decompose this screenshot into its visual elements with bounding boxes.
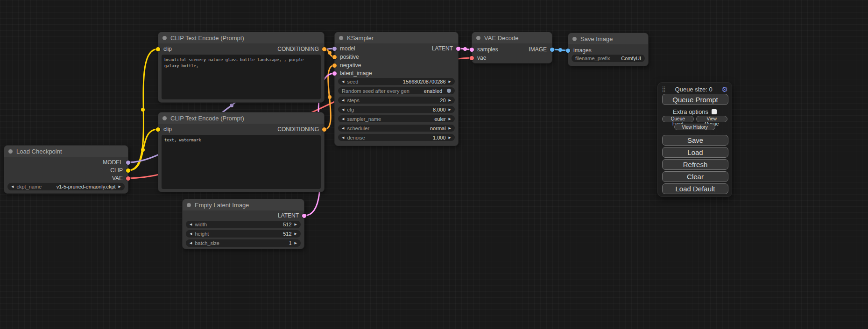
port-conditioning-output[interactable]: [322, 47, 326, 51]
collapse-dot-icon[interactable]: [162, 116, 167, 120]
collapse-dot-icon[interactable]: [339, 36, 343, 40]
load-button[interactable]: Load: [662, 147, 728, 158]
queue-front-button[interactable]: Queue Front: [662, 116, 694, 122]
stepper-left-icon[interactable]: ◀: [11, 185, 14, 189]
menu-header: ⣿ Queue size: 0 ⚙: [662, 85, 728, 93]
input-label-negative: negative: [340, 63, 361, 69]
clear-button[interactable]: Clear: [662, 171, 728, 182]
stepper-left-icon[interactable]: ◀: [342, 108, 344, 112]
stepper-right-icon[interactable]: ▶: [449, 117, 451, 121]
port-model-output[interactable]: [126, 161, 130, 165]
stepper-right-icon[interactable]: ▶: [449, 108, 451, 112]
node-header[interactable]: VAE Decode: [472, 32, 552, 43]
widget-random-seed-toggle[interactable]: Random seed after every gen enabled: [338, 87, 455, 94]
widget-sampler-name[interactable]: ◀ sampler_name euler ▶: [338, 115, 455, 122]
node-header[interactable]: Save Image: [568, 33, 648, 44]
node-clip-text-encode-negative[interactable]: CLIP Text Encode (Prompt) clip CONDITION…: [158, 112, 325, 192]
widget-value: euler: [434, 116, 445, 122]
stepper-left-icon[interactable]: ◀: [342, 126, 344, 130]
node-save-image[interactable]: Save Image images filename_prefix ComfyU…: [568, 33, 649, 66]
collapse-dot-icon[interactable]: [572, 37, 577, 41]
node-title: Empty Latent Image: [195, 202, 249, 209]
view-queue-button[interactable]: View Queue: [696, 116, 728, 122]
collapse-dot-icon[interactable]: [476, 36, 480, 40]
collapse-dot-icon[interactable]: [162, 36, 167, 40]
port-positive-input[interactable]: [332, 55, 337, 59]
stepper-right-icon[interactable]: ▶: [295, 232, 297, 236]
port-vae-output[interactable]: [126, 176, 130, 181]
widget-cfg[interactable]: ◀ cfg 8.000 ▶: [338, 106, 455, 113]
stepper-left-icon[interactable]: ◀: [342, 98, 344, 102]
widget-value: ComfyUI: [621, 56, 641, 61]
stepper-left-icon[interactable]: ◀: [190, 223, 192, 226]
node-header[interactable]: Empty Latent Image: [183, 199, 304, 210]
prompt-textarea[interactable]: beautiful scenery nature glass bottle la…: [162, 55, 321, 99]
settings-gear-icon[interactable]: ⚙: [722, 86, 728, 93]
collapse-dot-icon[interactable]: [187, 203, 191, 207]
port-image-output[interactable]: [550, 48, 554, 52]
stepper-left-icon[interactable]: ◀: [342, 117, 344, 121]
node-header[interactable]: KSampler: [335, 32, 458, 43]
queue-prompt-button[interactable]: Queue Prompt: [662, 94, 728, 105]
port-model-input[interactable]: [332, 47, 337, 51]
node-header[interactable]: CLIP Text Encode (Prompt): [158, 32, 324, 43]
stepper-left-icon[interactable]: ◀: [342, 136, 344, 140]
stepper-right-icon[interactable]: ▶: [449, 80, 451, 84]
refresh-button[interactable]: Refresh: [662, 159, 728, 170]
port-latent-output[interactable]: [456, 47, 460, 51]
output-label-vae: VAE: [112, 175, 123, 182]
port-clip-input[interactable]: [156, 47, 160, 51]
stepper-right-icon[interactable]: ▶: [449, 136, 451, 140]
history-row: View History: [662, 124, 727, 130]
stepper-left-icon[interactable]: ◀: [190, 232, 192, 236]
input-label-clip: clip: [163, 126, 172, 133]
node-empty-latent-image[interactable]: Empty Latent Image LATENT ◀ width 512 ▶ …: [182, 199, 304, 249]
widget-width[interactable]: ◀ width 512 ▶: [186, 221, 301, 228]
toggle-indicator-icon[interactable]: [447, 89, 451, 93]
stepper-right-icon[interactable]: ▶: [295, 241, 297, 245]
node-load-checkpoint[interactable]: Load Checkpoint MODEL CLIP VAE ◀ ckpt_na…: [4, 145, 128, 194]
stepper-right-icon[interactable]: ▶: [449, 126, 451, 130]
node-ksampler[interactable]: KSampler model positive negative latent_…: [334, 32, 459, 146]
node-vae-decode[interactable]: VAE Decode samples vae IMAGE: [472, 32, 552, 63]
port-samples-input[interactable]: [470, 48, 474, 52]
port-negative-input[interactable]: [332, 63, 337, 68]
stepper-left-icon[interactable]: ◀: [190, 241, 192, 245]
extra-options-checkbox[interactable]: [712, 109, 717, 114]
widget-seed[interactable]: ◀ seed 156680208700286 ▶: [338, 78, 455, 85]
widget-denoise[interactable]: ◀ denoise 1.000 ▶: [338, 134, 455, 141]
stepper-right-icon[interactable]: ▶: [449, 98, 451, 102]
drag-handle-icon[interactable]: ⣿: [662, 86, 666, 92]
load-default-button[interactable]: Load Default: [662, 183, 728, 194]
widget-filename-prefix[interactable]: filename_prefix ComfyUI: [572, 55, 645, 62]
widget-scheduler[interactable]: ◀ scheduler normal ▶: [338, 125, 455, 132]
node-header[interactable]: CLIP Text Encode (Prompt): [158, 112, 324, 124]
widget-ckpt-name[interactable]: ◀ ckpt_name v1-5-pruned-emaonly.ckpt ▶: [7, 183, 125, 190]
save-button[interactable]: Save: [662, 135, 728, 146]
stepper-right-icon[interactable]: ▶: [119, 185, 121, 189]
wire-dot: [230, 104, 233, 107]
port-latent-image-input[interactable]: [332, 71, 337, 76]
stepper-left-icon[interactable]: ◀: [342, 80, 344, 84]
port-vae-input[interactable]: [470, 56, 474, 60]
wire-clip-to-positive-prompt: [128, 49, 158, 170]
node-clip-text-encode-positive[interactable]: CLIP Text Encode (Prompt) clip CONDITION…: [158, 32, 325, 103]
collapse-dot-icon[interactable]: [8, 149, 13, 154]
stepper-right-icon[interactable]: ▶: [295, 223, 297, 226]
port-clip-output[interactable]: [126, 168, 130, 173]
node-header[interactable]: Load Checkpoint: [4, 146, 128, 157]
wire-dot: [558, 48, 562, 52]
node-graph-canvas[interactable]: Load Checkpoint MODEL CLIP VAE ◀ ckpt_na…: [0, 0, 868, 329]
widget-batch-size[interactable]: ◀ batch_size 1 ▶: [186, 239, 301, 247]
widget-steps[interactable]: ◀ steps 20 ▶: [338, 97, 455, 104]
port-conditioning-output[interactable]: [322, 127, 326, 132]
view-history-button[interactable]: View History: [674, 124, 715, 130]
widget-label: denoise: [347, 135, 365, 140]
output-label-conditioning: CONDITIONING: [277, 126, 319, 133]
prompt-textarea[interactable]: text, watermark: [162, 135, 321, 189]
queue-menu-panel: ⣿ Queue size: 0 ⚙ Queue Prompt Extra opt…: [657, 82, 732, 197]
port-latent-output[interactable]: [302, 214, 306, 218]
port-clip-input[interactable]: [156, 127, 160, 132]
port-images-input[interactable]: [566, 49, 570, 53]
widget-height[interactable]: ◀ height 512 ▶: [186, 230, 301, 238]
